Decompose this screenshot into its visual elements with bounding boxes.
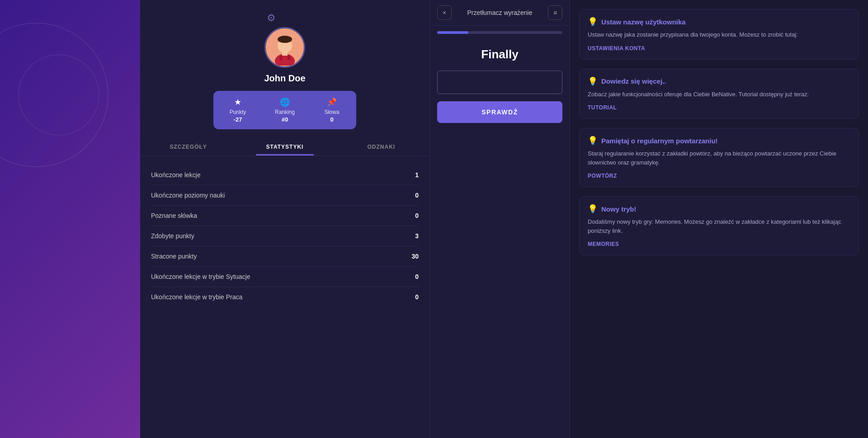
- profile-tabs: SZCZEGÓŁY STATYSTYKI ODZNAKI: [140, 138, 429, 156]
- stat-list-label: Stracone punkty: [151, 253, 197, 260]
- progress-bar-container: [430, 26, 570, 34]
- tip-title: Dowiedz się więcej..: [601, 77, 666, 85]
- tip-header: 💡 Dowiedz się więcej..: [588, 76, 850, 86]
- list-item: Poznane słówka 0: [151, 206, 419, 226]
- stat-list-label: Ukończone lekcje w trybie Sytuacje: [151, 273, 250, 280]
- tip-header: 💡 Ustaw nazwę użytkownika: [588, 17, 850, 27]
- list-item: Stracone punkty 30: [151, 246, 419, 267]
- stat-list-label: Zdobyte punkty: [151, 232, 194, 240]
- list-item: Ukończone lekcje w trybie Praca 0: [151, 287, 419, 307]
- points-label: Punkty: [230, 109, 246, 115]
- word-display: Finally: [430, 34, 570, 71]
- profile-section: John Doe ★ Punkty -27 🌐 Ranking #0 📌 Sło…: [140, 0, 429, 316]
- translator-panel: × Przetłumacz wyrażenie ≡ Finally SPRAWD…: [429, 0, 570, 438]
- tip-link-account-settings[interactable]: USTAWIENIA KONTA: [588, 45, 645, 52]
- username-display: John Doe: [264, 73, 305, 84]
- tip-header: 💡 Pamiętaj o regularnym powtarzaniu!: [588, 136, 850, 146]
- check-button-container: SPRAWDŹ: [430, 101, 570, 123]
- check-button[interactable]: SPRAWDŹ: [437, 101, 562, 123]
- tab-badges[interactable]: ODZNAKI: [333, 138, 429, 155]
- stat-list-label: Ukończone lekcje w trybie Praca: [151, 293, 242, 301]
- tip-bulb-icon: 💡: [588, 76, 598, 86]
- tip-link-memories[interactable]: MEMORIES: [588, 241, 619, 247]
- tip-body: Ustaw nazwę jaka zostanie przypisana dla…: [588, 30, 850, 39]
- list-item: Ukończone lekcje 1: [151, 165, 419, 185]
- tip-bulb-icon: 💡: [588, 17, 598, 27]
- statistics-list: Ukończone lekcje 1 Ukończone poziomy nau…: [140, 165, 429, 307]
- stat-list-value: 0: [415, 293, 419, 301]
- stat-list-value: 0: [415, 192, 419, 199]
- tip-card-new-mode: 💡 Nowy tryb! Dodaliśmy nowy tryb gry: Me…: [579, 196, 859, 255]
- ranking-label: Ranking: [275, 109, 295, 115]
- points-icon: ★: [234, 97, 241, 107]
- stat-list-value: 0: [415, 273, 419, 280]
- tip-link-review[interactable]: POWTÓRZ: [588, 173, 617, 179]
- ranking-value: #0: [282, 116, 288, 123]
- tab-statistics[interactable]: STATYSTYKI: [236, 138, 333, 155]
- translation-input-container: [430, 71, 570, 101]
- tip-bulb-icon: 💡: [588, 204, 598, 214]
- tip-title: Pamiętaj o regularnym powtarzaniu!: [601, 137, 718, 145]
- stat-list-label: Ukończone lekcje: [151, 171, 201, 179]
- stat-points[interactable]: ★ Punkty -27: [215, 93, 260, 127]
- svg-rect-5: [279, 56, 282, 60]
- decorative-circle-small: [18, 54, 99, 136]
- list-item: Zdobyte punkty 3: [151, 226, 419, 246]
- tip-link-tutorial[interactable]: TUTORIAL: [588, 104, 617, 111]
- tip-title: Nowy tryb!: [601, 205, 637, 213]
- stat-ranking[interactable]: 🌐 Ranking #0: [262, 93, 307, 127]
- stat-list-value: 1: [415, 171, 419, 179]
- stat-list-value: 0: [415, 212, 419, 219]
- svg-point-4: [278, 36, 292, 43]
- profile-panel: ⚙ John Doe ★: [140, 0, 429, 438]
- close-button[interactable]: ×: [437, 5, 452, 20]
- stat-list-value: 30: [411, 253, 419, 260]
- tips-panel: 💡 Ustaw nazwę użytkownika Ustaw nazwę ja…: [570, 0, 868, 438]
- tip-card-repeat: 💡 Pamiętaj o regularnym powtarzaniu! Sta…: [579, 128, 859, 187]
- avatar-image: [267, 29, 303, 66]
- stat-list-label: Poznane słówka: [151, 212, 197, 219]
- translator-header: × Przetłumacz wyrażenie ≡: [430, 0, 570, 26]
- tip-body: Staraj regularanie korzystać z zakładki …: [588, 149, 850, 167]
- tip-header: 💡 Nowy tryb!: [588, 204, 850, 214]
- tip-body: Zobacz jakie funkcjonalności oferuje dla…: [588, 90, 850, 99]
- stat-list-label: Ukończone poziomy nauki: [151, 192, 225, 199]
- list-item: Ukończone poziomy nauki 0: [151, 185, 419, 206]
- stat-list-value: 3: [415, 232, 419, 240]
- tab-details[interactable]: SZCZEGÓŁY: [140, 138, 236, 155]
- left-decorative-area: [0, 0, 140, 438]
- tip-bulb-icon: 💡: [588, 136, 598, 146]
- avatar: [264, 27, 305, 68]
- ranking-icon: 🌐: [280, 97, 290, 107]
- settings-gear-icon[interactable]: ⚙: [262, 9, 280, 27]
- stats-bar: ★ Punkty -27 🌐 Ranking #0 📌 Słowa 0: [213, 91, 356, 129]
- tip-body: Dodaliśmy nowy tryb gry: Memories. Możes…: [588, 217, 850, 235]
- words-icon: 📌: [327, 97, 337, 107]
- points-value: -27: [234, 116, 242, 123]
- translation-input[interactable]: [437, 71, 562, 94]
- translator-title: Przetłumacz wyrażenie: [455, 9, 544, 16]
- words-value: 0: [330, 116, 333, 123]
- words-label: Słowa: [325, 109, 340, 115]
- tip-title: Ustaw nazwę użytkownika: [601, 18, 686, 26]
- tip-card-username: 💡 Ustaw nazwę użytkownika Ustaw nazwę ja…: [579, 9, 859, 60]
- svg-rect-6: [288, 56, 290, 60]
- list-item: Ukończone lekcje w trybie Sytuacje 0: [151, 267, 419, 287]
- filter-button[interactable]: ≡: [548, 5, 562, 20]
- stat-words[interactable]: 📌 Słowa 0: [309, 93, 354, 127]
- tip-card-tutorial: 💡 Dowiedz się więcej.. Zobacz jakie funk…: [579, 69, 859, 119]
